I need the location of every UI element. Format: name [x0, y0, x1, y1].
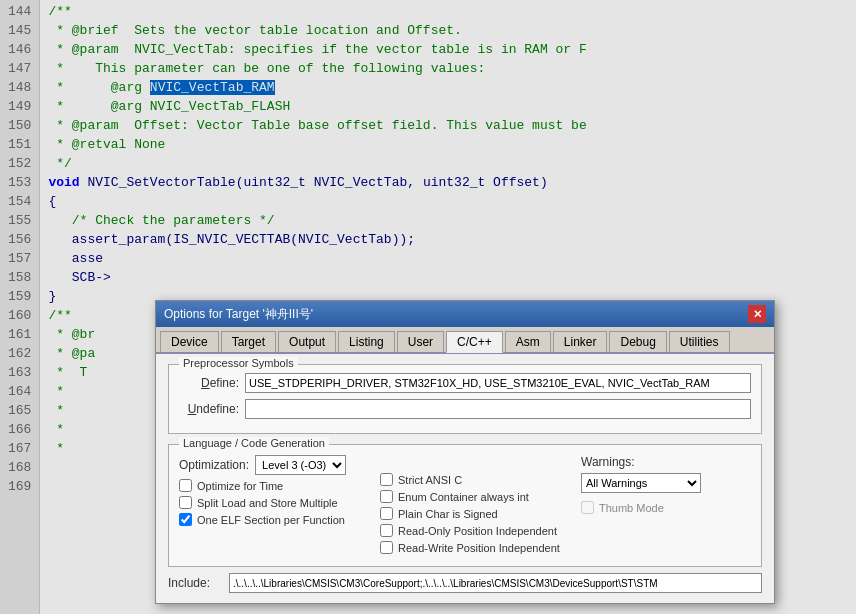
read-write-pos-row: Read-Write Position Independent — [380, 541, 571, 554]
thumb-mode-row: Thumb Mode — [581, 501, 751, 514]
one-elf-label: One ELF Section per Function — [197, 514, 345, 526]
tab-output[interactable]: Output — [278, 331, 336, 352]
optimize-time-label: Optimize for Time — [197, 480, 283, 492]
undefine-label: Undefine: — [179, 402, 239, 416]
tab-listing[interactable]: Listing — [338, 331, 395, 352]
warnings-label: Warnings: — [581, 455, 751, 469]
tab-utilities[interactable]: Utilities — [669, 331, 730, 352]
strict-ansi-label: Strict ANSI C — [398, 474, 462, 486]
tab-target[interactable]: Target — [221, 331, 276, 352]
undefine-row: Undefine: — [179, 399, 751, 419]
strict-ansi-row: Strict ANSI C — [380, 473, 571, 486]
thumb-mode-checkbox[interactable] — [581, 501, 594, 514]
language-section-label: Language / Code Generation — [179, 437, 329, 449]
plain-char-row: Plain Char is Signed — [380, 507, 571, 520]
one-elf-checkbox[interactable] — [179, 513, 192, 526]
define-label: Define: — [179, 376, 239, 390]
tab-device[interactable]: Device — [160, 331, 219, 352]
enum-container-row: Enum Container always int — [380, 490, 571, 503]
optimization-row: Optimization: Level 0 (-O0) Level 1 (-O1… — [179, 455, 370, 475]
optimize-time-checkbox[interactable] — [179, 479, 192, 492]
split-load-label: Split Load and Store Multiple — [197, 497, 338, 509]
one-elf-row: One ELF Section per Function — [179, 513, 370, 526]
lang-middle-col: Strict ANSI C Enum Container always int … — [380, 455, 571, 558]
tab-asm[interactable]: Asm — [505, 331, 551, 352]
tab-debug[interactable]: Debug — [609, 331, 666, 352]
language-section: Language / Code Generation Optimization:… — [168, 444, 762, 567]
optimization-select[interactable]: Level 0 (-O0) Level 1 (-O1) Level 2 (-O2… — [255, 455, 346, 475]
dialog-overlay: Options for Target '神舟III号' ✕ Device Tar… — [0, 0, 856, 614]
split-load-row: Split Load and Store Multiple — [179, 496, 370, 509]
optimization-label: Optimization: — [179, 458, 249, 472]
lang-left-col: Optimization: Level 0 (-O0) Level 1 (-O1… — [179, 455, 370, 558]
options-dialog: Options for Target '神舟III号' ✕ Device Tar… — [155, 300, 775, 604]
dialog-tabs: Device Target Output Listing User C/C++ … — [156, 327, 774, 354]
enum-container-label: Enum Container always int — [398, 491, 529, 503]
include-label: Include: — [168, 576, 223, 590]
tab-user[interactable]: User — [397, 331, 444, 352]
read-only-pos-checkbox[interactable] — [380, 524, 393, 537]
tab-linker[interactable]: Linker — [553, 331, 608, 352]
split-load-checkbox[interactable] — [179, 496, 192, 509]
thumb-mode-label: Thumb Mode — [599, 502, 664, 514]
plain-char-checkbox[interactable] — [380, 507, 393, 520]
read-only-pos-row: Read-Only Position Independent — [380, 524, 571, 537]
define-input[interactable] — [245, 373, 751, 393]
tab-cc[interactable]: C/C++ — [446, 331, 503, 353]
define-row: Define: — [179, 373, 751, 393]
enum-container-checkbox[interactable] — [380, 490, 393, 503]
preprocessor-section-label: Preprocessor Symbols — [179, 357, 298, 369]
read-write-pos-label: Read-Write Position Independent — [398, 542, 560, 554]
strict-ansi-checkbox[interactable] — [380, 473, 393, 486]
plain-char-label: Plain Char is Signed — [398, 508, 498, 520]
read-only-pos-label: Read-Only Position Independent — [398, 525, 557, 537]
include-input[interactable] — [229, 573, 762, 593]
spacer — [380, 455, 571, 469]
dialog-body: Preprocessor Symbols Define: Undefine: L… — [156, 354, 774, 603]
lang-right-col: Warnings: No Warnings All Warnings Thumb… — [581, 455, 751, 558]
preprocessor-section: Preprocessor Symbols Define: Undefine: — [168, 364, 762, 434]
undefine-input[interactable] — [245, 399, 751, 419]
dialog-titlebar: Options for Target '神舟III号' ✕ — [156, 301, 774, 327]
warnings-area: Warnings: No Warnings All Warnings Thumb… — [581, 455, 751, 514]
warnings-select[interactable]: No Warnings All Warnings — [581, 473, 701, 493]
include-section: Include: — [168, 573, 762, 593]
dialog-close-button[interactable]: ✕ — [748, 305, 766, 323]
read-write-pos-checkbox[interactable] — [380, 541, 393, 554]
dialog-title: Options for Target '神舟III号' — [164, 306, 313, 323]
optimize-time-row: Optimize for Time — [179, 479, 370, 492]
